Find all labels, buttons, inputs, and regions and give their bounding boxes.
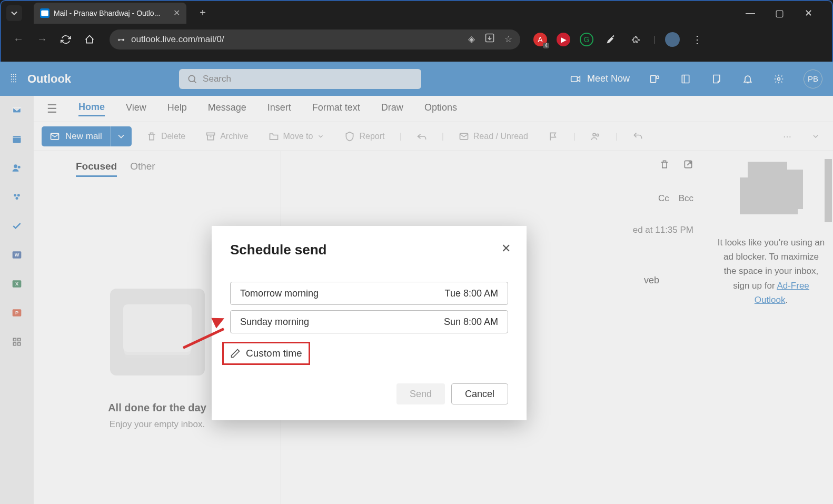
browser-tab[interactable]: Mail - Pranav Bhardwaj - Outlo... ✕ — [34, 3, 186, 24]
tab-search-dropdown[interactable] — [6, 5, 22, 21]
browser-chrome: Mail - Pranav Bhardwaj - Outlo... ✕ + ― … — [0, 0, 833, 62]
option-label: Tomorrow morning — [240, 288, 319, 299]
extensions-puzzle-icon[interactable] — [628, 32, 644, 47]
extensions-area: A4 ▶ G | ⋮ — [533, 32, 705, 47]
tab-bar: Mail - Pranav Bhardwaj - Outlo... ✕ + ― … — [1, 1, 832, 25]
modal-close-button[interactable]: ✕ — [501, 242, 511, 255]
home-button[interactable] — [82, 32, 97, 47]
url-field[interactable]: ⊶ outlook.live.com/mail/0/ ◈ ☆ — [110, 29, 520, 50]
chevron-down-icon — [9, 8, 19, 18]
schedule-send-modal: Schedule send ✕ Tomorrow morning Tue 8:0… — [212, 226, 527, 420]
option-time: Sun 8:00 AM — [444, 317, 498, 328]
address-bar: ← → ⊶ outlook.live.com/mail/0/ ◈ ☆ A4 ▶ … — [1, 25, 832, 54]
install-app-icon[interactable] — [484, 33, 495, 46]
back-button[interactable]: ← — [11, 32, 26, 47]
close-window-button[interactable]: ✕ — [800, 5, 816, 21]
svg-rect-0 — [41, 10, 48, 16]
extension-abp[interactable]: A4 — [533, 33, 547, 46]
annotation-arrow — [179, 328, 224, 330]
extension-grammarly[interactable]: G — [580, 33, 593, 46]
send-button: Send — [396, 383, 445, 404]
tab-title: Mail - Pranav Bhardwaj - Outlo... — [54, 9, 169, 17]
modal-title: Schedule send — [230, 242, 508, 258]
reload-button[interactable] — [58, 32, 74, 47]
new-tab-button[interactable]: + — [195, 5, 211, 21]
option-time: Tue 8:00 AM — [445, 288, 498, 299]
outlook-favicon — [40, 8, 49, 18]
cancel-button[interactable]: Cancel — [451, 383, 508, 404]
site-info-icon[interactable]: ⊶ — [117, 35, 125, 44]
maximize-button[interactable]: ▢ — [771, 5, 787, 21]
pencil-icon — [230, 348, 241, 359]
extension-lastpass[interactable]: ▶ — [557, 33, 570, 46]
extension-badge: 4 — [543, 43, 549, 48]
diamond-icon[interactable]: ◈ — [468, 34, 475, 45]
page-scrollbar[interactable] — [825, 159, 832, 504]
eyedropper-icon[interactable] — [603, 32, 619, 47]
tab-close-icon[interactable]: ✕ — [173, 8, 180, 18]
profile-avatar[interactable] — [665, 32, 680, 47]
window-controls: ― ▢ ✕ — [742, 5, 827, 21]
minimize-button[interactable]: ― — [742, 5, 758, 21]
browser-menu-icon[interactable]: ⋮ — [689, 32, 705, 47]
url-text: outlook.live.com/mail/0/ — [131, 34, 224, 45]
custom-time-button[interactable]: Custom time — [222, 342, 310, 365]
schedule-option-sunday[interactable]: Sunday morning Sun 8:00 AM — [230, 310, 508, 333]
schedule-option-tomorrow[interactable]: Tomorrow morning Tue 8:00 AM — [230, 282, 508, 305]
bookmark-star-icon[interactable]: ☆ — [504, 34, 512, 45]
forward-button[interactable]: → — [34, 32, 50, 47]
scrollbar-thumb[interactable] — [825, 159, 832, 222]
option-label: Sunday morning — [240, 317, 309, 328]
